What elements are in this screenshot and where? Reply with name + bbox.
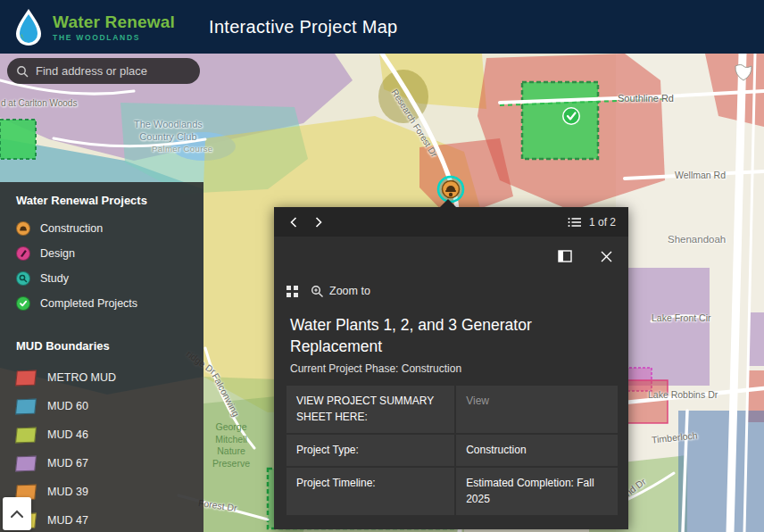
metro-mud-swatch (15, 370, 37, 386)
mud-60-swatch (15, 398, 37, 414)
legend-collapse-button[interactable] (3, 497, 31, 530)
zoom-to-label: Zoom to (329, 285, 370, 297)
dock-icon[interactable] (558, 250, 572, 262)
next-feature-button[interactable] (306, 211, 331, 234)
check-icon (16, 296, 30, 311)
legend-item-study: Study (16, 266, 203, 291)
legend-item-mud-47: MUD 47 (16, 506, 203, 532)
attribute-table: VIEW PROJECT SUMMARY SHEET HERE: View Pr… (286, 386, 616, 515)
attribute-value: Construction (456, 435, 618, 466)
water-renewal-logo: Water Renewal THE WOODLANDS (12, 8, 175, 46)
water-drop-icon (12, 8, 45, 46)
legend-item-label: MUD 47 (47, 514, 88, 527)
legend-item-label: MUD 46 (47, 428, 88, 441)
view-link[interactable]: View (456, 386, 618, 433)
pager-label: 1 of 2 (589, 216, 616, 229)
legend-item-label: MUD 60 (47, 400, 88, 412)
previous-feature-button[interactable] (281, 211, 306, 234)
legend-mud-title: MUD Boundaries (16, 339, 203, 353)
legend-item-mud-46: MUD 46 (16, 420, 203, 449)
attribute-label: Project Timeline: (286, 468, 454, 515)
legend-item-label: Study (40, 272, 69, 285)
legend-item-design: Design (16, 241, 203, 266)
legend-panel: Water Renewal Projects Construction Desi… (0, 182, 203, 532)
construction-icon (16, 221, 30, 236)
zoom-to-icon (311, 285, 324, 298)
logo-text: Water Renewal THE WOODLANDS (53, 12, 175, 42)
app-header: Water Renewal THE WOODLANDS Interactive … (0, 0, 764, 54)
mud-67-swatch (15, 455, 37, 471)
attribute-label: VIEW PROJECT SUMMARY SHEET HERE: (286, 386, 454, 433)
popup-caret (440, 199, 456, 207)
page-title: Interactive Project Map (209, 17, 397, 37)
search-icon[interactable] (16, 65, 29, 78)
actions-grid-icon[interactable] (286, 286, 298, 297)
map-canvas[interactable]: d at Carlton Woods The Woodlands Country… (0, 54, 764, 532)
legend-projects-title: Water Renewal Projects (16, 194, 203, 207)
close-icon[interactable] (601, 251, 612, 262)
legend-item-label: Construction (40, 222, 103, 235)
legend-item-completed: Completed Projects (16, 291, 203, 316)
chevron-up-icon (11, 510, 23, 518)
feature-pager[interactable]: 1 of 2 (568, 216, 621, 229)
logo-title: Water Renewal (53, 12, 175, 32)
legend-item-mud-39: MUD 39 (16, 478, 203, 506)
popup-title: Water Plants 1, 2, and 3 Generator Repla… (274, 306, 628, 361)
popup-nav-bar: 1 of 2 (274, 207, 628, 237)
search-box (7, 58, 200, 84)
legend-item-construction: Construction (16, 216, 203, 241)
legend-item-label: MUD 39 (47, 486, 88, 498)
legend-item-label: MUD 67 (47, 457, 88, 470)
list-icon (568, 217, 582, 228)
design-icon (16, 246, 30, 261)
popup-actions: Zoom to (274, 276, 628, 306)
feature-popup: 1 of 2 (274, 207, 628, 529)
legend-item-metro-mud: METRO MUD (16, 363, 203, 392)
legend-item-label: Design (40, 247, 75, 260)
legend-item-mud-67: MUD 67 (16, 449, 203, 478)
legend-item-mud-60: MUD 60 (16, 392, 203, 420)
zoom-to-button[interactable]: Zoom to (311, 285, 370, 298)
app: Water Renewal THE WOODLANDS Interactive … (0, 0, 764, 532)
mud-46-swatch (15, 427, 37, 443)
legend-item-label: Completed Projects (40, 297, 137, 310)
completed-project-marker[interactable] (562, 107, 580, 125)
attribute-label: Project Type: (286, 435, 454, 466)
popup-phase: Current Project Phase: Construction (274, 361, 628, 386)
attribute-value: Estimated Completion: Fall 2025 (456, 468, 618, 515)
construction-project-marker-selected[interactable] (438, 177, 463, 202)
study-icon (16, 271, 30, 286)
legend-item-label: METRO MUD (47, 371, 116, 384)
logo-subtitle: THE WOODLANDS (53, 33, 175, 42)
popup-header (274, 237, 628, 276)
search-input[interactable] (36, 64, 187, 78)
